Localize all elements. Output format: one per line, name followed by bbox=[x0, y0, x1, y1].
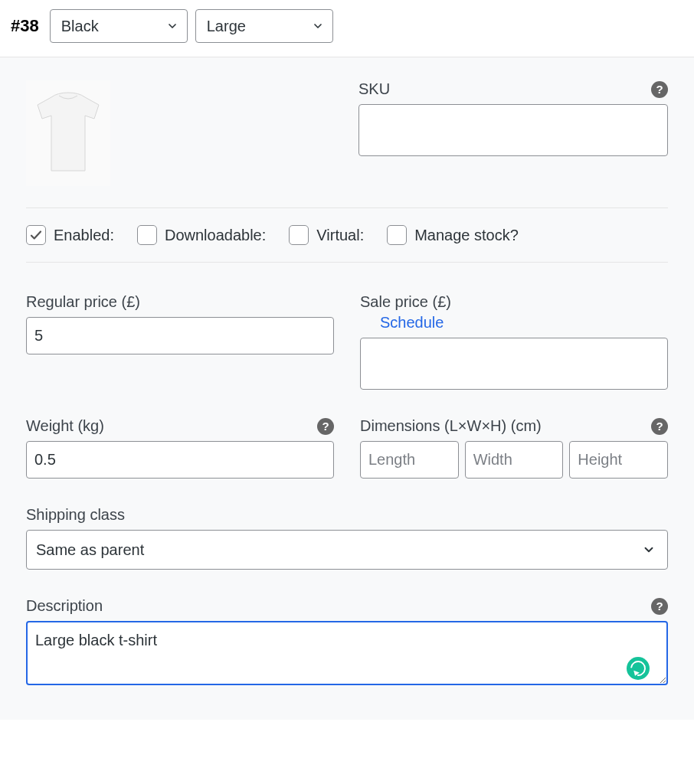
length-input[interactable] bbox=[360, 441, 459, 479]
attribute-size-select-wrap: Large bbox=[195, 9, 333, 43]
help-icon[interactable]: ? bbox=[651, 81, 668, 98]
variation-header: #38 Black Large bbox=[0, 0, 694, 57]
manage-stock-checkbox[interactable] bbox=[387, 225, 407, 245]
weight-label: Weight (kg) bbox=[26, 417, 104, 435]
tshirt-icon bbox=[34, 91, 102, 175]
shipping-class-select[interactable]: Same as parent bbox=[26, 530, 668, 570]
schedule-link[interactable]: Schedule bbox=[380, 314, 444, 331]
help-icon[interactable]: ? bbox=[651, 598, 668, 615]
options-row: Enabled: Downloadable: Virtual: Manage s… bbox=[26, 207, 668, 263]
manage-stock-checkbox-wrap[interactable]: Manage stock? bbox=[387, 225, 519, 245]
downloadable-checkbox[interactable] bbox=[137, 225, 157, 245]
dimensions-label: Dimensions (L×W×H) (cm) bbox=[360, 417, 542, 435]
variation-panel: SKU ? Enabled: Downloadable: bbox=[0, 57, 694, 720]
height-input[interactable] bbox=[569, 441, 668, 479]
sale-price-input[interactable] bbox=[360, 338, 668, 390]
attribute-size-select[interactable]: Large bbox=[195, 9, 333, 43]
variation-image[interactable] bbox=[26, 80, 110, 186]
attribute-color-select[interactable]: Black bbox=[50, 9, 188, 43]
regular-price-label: Regular price (£) bbox=[26, 293, 334, 311]
virtual-label: Virtual: bbox=[316, 227, 364, 244]
enabled-label: Enabled: bbox=[54, 227, 114, 244]
grammarly-icon[interactable] bbox=[627, 657, 650, 680]
variation-id: #38 bbox=[11, 16, 39, 36]
description-label: Description bbox=[26, 597, 103, 615]
virtual-checkbox[interactable] bbox=[289, 225, 309, 245]
weight-input[interactable] bbox=[26, 441, 334, 479]
enabled-checkbox-wrap[interactable]: Enabled: bbox=[26, 225, 114, 245]
virtual-checkbox-wrap[interactable]: Virtual: bbox=[289, 225, 364, 245]
sku-label: SKU bbox=[358, 80, 390, 98]
sku-input[interactable] bbox=[358, 104, 668, 156]
downloadable-label: Downloadable: bbox=[165, 227, 266, 244]
help-icon[interactable]: ? bbox=[651, 418, 668, 435]
regular-price-input[interactable] bbox=[26, 317, 334, 354]
description-textarea[interactable]: Large black t-shirt bbox=[26, 621, 668, 685]
downloadable-checkbox-wrap[interactable]: Downloadable: bbox=[137, 225, 266, 245]
shipping-class-label: Shipping class bbox=[26, 506, 668, 524]
enabled-checkbox[interactable] bbox=[26, 225, 46, 245]
manage-stock-label: Manage stock? bbox=[414, 227, 519, 244]
attribute-color-select-wrap: Black bbox=[50, 9, 188, 43]
width-input[interactable] bbox=[465, 441, 564, 479]
help-icon[interactable]: ? bbox=[317, 418, 334, 435]
sale-price-label: Sale price (£) bbox=[360, 293, 451, 310]
